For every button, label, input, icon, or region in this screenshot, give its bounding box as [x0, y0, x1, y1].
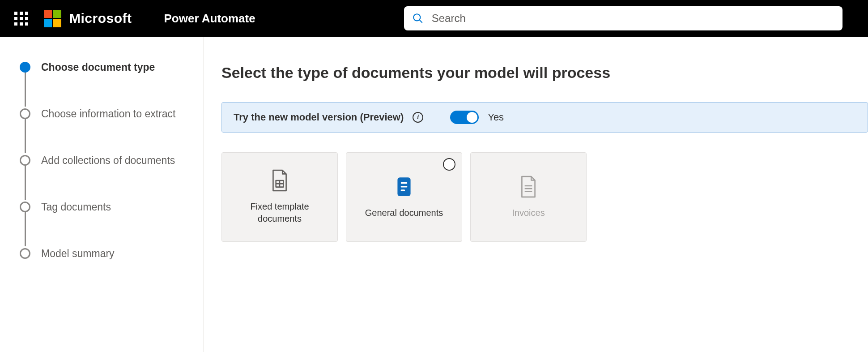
- card-general-documents[interactable]: General documents: [346, 152, 462, 242]
- microsoft-brand[interactable]: Microsoft: [44, 10, 132, 27]
- wizard-sidebar: Choose document type Choose information …: [0, 37, 204, 352]
- preview-banner: Try the new model version (Preview) i Ye…: [221, 102, 868, 133]
- svg-rect-7: [401, 185, 408, 187]
- step-indicator-icon: [20, 202, 30, 212]
- general-documents-icon: [395, 176, 413, 198]
- search-input[interactable]: [432, 12, 834, 25]
- radio-unselected-icon: [443, 158, 455, 171]
- search-box[interactable]: [404, 6, 842, 30]
- step-label: Model summary: [41, 248, 115, 260]
- wizard-steps: Choose document type Choose information …: [20, 59, 190, 262]
- wizard-step-tag-documents[interactable]: Tag documents: [20, 199, 190, 215]
- step-indicator-icon: [20, 248, 30, 259]
- step-connector: [25, 117, 26, 153]
- card-fixed-template[interactable]: Fixed template documents: [221, 152, 338, 242]
- preview-toggle[interactable]: [450, 111, 479, 124]
- info-icon[interactable]: i: [413, 112, 423, 123]
- step-label: Choose information to extract: [41, 108, 175, 120]
- step-label: Choose document type: [41, 61, 155, 73]
- card-invoices[interactable]: Invoices: [470, 152, 587, 242]
- svg-line-1: [419, 20, 422, 23]
- step-indicator-icon: [20, 108, 30, 119]
- main: Choose document type Choose information …: [0, 37, 868, 352]
- fixed-template-icon: [270, 169, 289, 192]
- svg-point-0: [413, 14, 420, 21]
- step-label: Add collections of documents: [41, 155, 175, 167]
- wizard-step-choose-information[interactable]: Choose information to extract: [20, 106, 190, 122]
- toggle-value-label: Yes: [488, 112, 504, 123]
- microsoft-word: Microsoft: [69, 11, 132, 26]
- wizard-step-add-collections[interactable]: Add collections of documents: [20, 152, 190, 168]
- card-label: General documents: [357, 207, 451, 219]
- waffle-icon: [14, 12, 28, 26]
- banner-text: Try the new model version (Preview): [234, 112, 404, 123]
- svg-rect-6: [401, 182, 408, 184]
- app-launcher-button[interactable]: [13, 10, 30, 27]
- wizard-step-model-summary[interactable]: Model summary: [20, 245, 190, 262]
- step-connector: [25, 210, 26, 246]
- content: Select the type of documents your model …: [204, 37, 868, 352]
- card-label: Fixed template documents: [222, 201, 337, 225]
- page-title: Select the type of documents your model …: [221, 64, 868, 82]
- step-indicator-icon: [20, 155, 30, 166]
- svg-rect-8: [401, 189, 405, 191]
- document-type-cards: Fixed template documents General documen…: [221, 152, 868, 242]
- app-name: Power Automate: [164, 12, 255, 26]
- invoice-icon: [519, 176, 538, 198]
- search-wrap: [404, 6, 859, 30]
- step-connector: [25, 71, 26, 107]
- wizard-step-choose-document-type[interactable]: Choose document type: [20, 59, 190, 75]
- step-connector: [25, 164, 26, 200]
- card-label: Invoices: [504, 207, 553, 219]
- step-label: Tag documents: [41, 201, 111, 213]
- search-icon: [412, 13, 424, 24]
- topbar: Microsoft Power Automate: [0, 0, 868, 37]
- step-indicator-icon: [20, 62, 30, 73]
- microsoft-logo-icon: [44, 10, 61, 27]
